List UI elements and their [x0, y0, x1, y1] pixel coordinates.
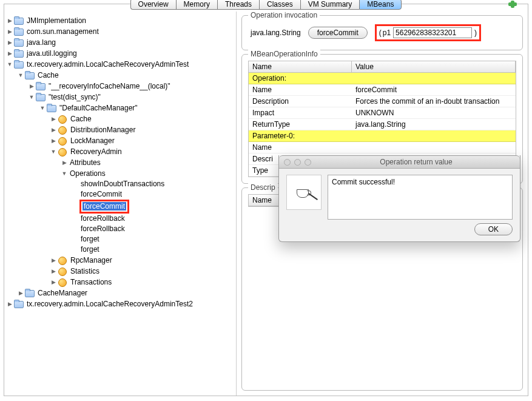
disclosure-triangle-icon[interactable] [50, 113, 56, 124]
tree-node[interactable]: JMImplementation [7, 15, 234, 26]
tree-node[interactable]: forget [7, 234, 234, 244]
disclosure-triangle-icon[interactable] [50, 135, 56, 146]
tree-label[interactable]: LockManager [69, 136, 116, 146]
tree-label[interactable]: "test(dist_sync)" [47, 92, 102, 103]
tree-node[interactable]: CacheManager [7, 288, 234, 298]
disclosure-triangle-icon[interactable] [39, 103, 45, 113]
tree-label[interactable]: forget [79, 234, 101, 244]
col-header-name[interactable]: Name [249, 61, 352, 73]
tree-label[interactable]: JMImplementation [25, 16, 87, 26]
cell-value [352, 73, 516, 84]
tree-label[interactable]: java.lang [25, 38, 57, 48]
tree-label[interactable]: com.sun.management [25, 27, 100, 37]
tree-node[interactable]: forget [7, 244, 234, 255]
tree-node[interactable]: java.lang [7, 37, 234, 48]
table-row[interactable]: NameforceCommit [249, 84, 516, 96]
tree-label[interactable]: CacheManager [36, 288, 89, 298]
tree-label[interactable]: forceCommit [79, 189, 123, 200]
tree-node[interactable]: forceRollback [7, 214, 234, 224]
tree-label[interactable]: forceRollback [79, 214, 126, 224]
minimize-icon[interactable] [294, 159, 301, 166]
disclosure-triangle-icon[interactable] [50, 266, 56, 277]
disclosure-triangle-icon[interactable] [29, 81, 35, 92]
ok-button[interactable]: OK [474, 223, 513, 235]
table-row[interactable]: ImpactUNKNOWN [249, 107, 516, 119]
tab-threads[interactable]: Threads [217, 0, 259, 10]
folder-icon [14, 38, 24, 47]
close-icon[interactable] [284, 159, 291, 166]
dialog-titlebar[interactable]: Operation return value [279, 155, 520, 169]
tree-node[interactable]: showInDoubtTransactions [7, 179, 234, 189]
tree-label[interactable]: Operations [69, 169, 107, 179]
table-row[interactable]: DescriptionForces the commit of an in-do… [249, 96, 516, 107]
tree-node[interactable]: Operations [7, 168, 234, 179]
tree-label[interactable]: java.util.logging [25, 49, 78, 59]
param-value-input[interactable] [393, 27, 472, 38]
tree-label[interactable]: showInDoubtTransactions [79, 179, 166, 189]
tree-node[interactable]: forceCommit [7, 189, 234, 200]
tab-vm-summary[interactable]: VM Summary [300, 0, 360, 10]
disclosure-triangle-icon[interactable] [7, 37, 13, 48]
tree-label[interactable]: DistributionManager [69, 125, 136, 135]
disclosure-triangle-icon[interactable] [7, 48, 13, 59]
table-row[interactable]: Name [249, 142, 516, 153]
invoke-method-button[interactable]: forceCommit [308, 27, 368, 39]
table-section-row[interactable]: Parameter-0: [249, 130, 516, 142]
tree-label[interactable]: forceRollback [79, 224, 126, 234]
tree-label[interactable]: Cache [36, 70, 60, 81]
disclosure-triangle-icon[interactable] [50, 255, 56, 266]
disclosure-triangle-icon[interactable] [7, 59, 13, 70]
window-controls[interactable] [284, 159, 311, 166]
tab-classes[interactable]: Classes [259, 0, 300, 10]
tree-node[interactable]: Transactions [7, 277, 234, 288]
disclosure-triangle-icon[interactable] [18, 70, 24, 81]
disclosure-triangle-icon[interactable] [50, 146, 56, 157]
tree-label[interactable]: Statistics [69, 266, 101, 277]
tree-node[interactable]: forceCommit [7, 200, 234, 214]
disclosure-triangle-icon[interactable] [29, 92, 35, 103]
disclosure-triangle-icon[interactable] [61, 157, 67, 168]
tree-node[interactable]: "__recoveryInfoCacheName__(local)" [7, 81, 234, 92]
tree-node[interactable]: Cache [7, 113, 234, 124]
disclosure-triangle-icon[interactable] [7, 298, 13, 309]
tree-node[interactable]: RpcManager [7, 255, 234, 266]
tab-overview[interactable]: Overview [130, 0, 176, 10]
tree-label[interactable]: RpcManager [69, 255, 113, 266]
tree-node[interactable]: RecoveryAdmin [7, 146, 234, 157]
tab-memory[interactable]: Memory [176, 0, 217, 10]
zoom-icon[interactable] [305, 159, 311, 166]
tree-label[interactable]: RecoveryAdmin [69, 147, 123, 157]
tree-node[interactable]: LockManager [7, 135, 234, 146]
tree-node[interactable]: java.util.logging [7, 48, 234, 59]
tree-label[interactable]: Transactions [69, 277, 113, 288]
tree-label[interactable]: Cache [69, 114, 93, 124]
tree-label[interactable]: Attributes [69, 158, 102, 168]
tree-node[interactable]: Cache [7, 70, 234, 81]
tree-node[interactable]: com.sun.management [7, 26, 234, 37]
disclosure-triangle-icon[interactable] [61, 168, 67, 179]
disclosure-triangle-icon[interactable] [7, 26, 13, 37]
tree-label[interactable]: "__recoveryInfoCacheName__(local)" [47, 81, 172, 92]
table-section-row[interactable]: Operation: [249, 73, 516, 84]
mbean-tree-pane[interactable]: JMImplementationcom.sun.managementjava.l… [4, 12, 237, 396]
tree-node[interactable]: "test(dist_sync)" [7, 92, 234, 103]
disclosure-triangle-icon[interactable] [18, 288, 24, 298]
tree-label[interactable]: forget [79, 244, 101, 255]
disclosure-triangle-icon[interactable] [50, 124, 56, 135]
tree-node[interactable]: DistributionManager [7, 124, 234, 135]
tree-label[interactable]: forceCommit [82, 202, 126, 211]
tree-node[interactable]: "DefaultCacheManager" [7, 103, 234, 113]
tree-node[interactable]: Attributes [7, 157, 234, 168]
col-header-value[interactable]: Value [352, 61, 516, 73]
tree-label[interactable]: tx.recovery.admin.LocalCacheRecoveryAdmi… [25, 299, 194, 309]
tree-node[interactable]: tx.recovery.admin.LocalCacheRecoveryAdmi… [7, 298, 234, 309]
table-row[interactable]: ReturnTypejava.lang.String [249, 119, 516, 130]
tree-node[interactable]: tx.recovery.admin.LocalCacheRecoveryAdmi… [7, 59, 234, 70]
tab-mbeans[interactable]: MBeans [359, 0, 402, 10]
tree-node[interactable]: forceRollback [7, 224, 234, 234]
tree-label[interactable]: tx.recovery.admin.LocalCacheRecoveryAdmi… [25, 59, 190, 70]
disclosure-triangle-icon[interactable] [7, 15, 13, 26]
tree-node[interactable]: Statistics [7, 266, 234, 277]
tree-label[interactable]: "DefaultCacheManager" [58, 103, 139, 113]
disclosure-triangle-icon[interactable] [50, 277, 56, 288]
